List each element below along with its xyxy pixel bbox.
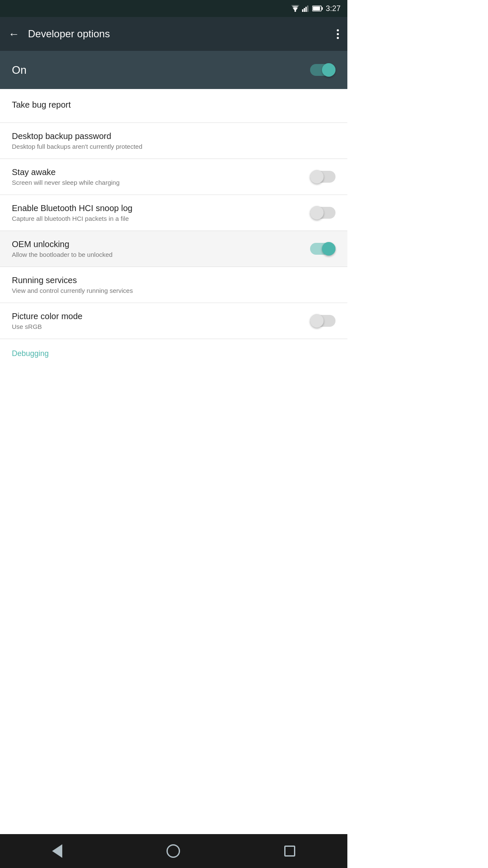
back-button[interactable]: ← [8,28,19,39]
picture-color-mode-toggle[interactable] [310,314,336,328]
settings-list: Take bug report Desktop backup password … [0,89,347,363]
oem-unlocking-toggle[interactable] [310,242,336,256]
setting-subtitle: Use sRGB [12,323,310,330]
bluetooth-hci-toggle[interactable] [310,206,336,220]
setting-title: Stay awake [12,167,310,177]
svg-rect-7 [307,6,308,12]
setting-item-stay-awake[interactable]: Stay awake Screen will never sleep while… [0,159,347,195]
page-title: Developer options [28,28,337,40]
debugging-label: Debugging [12,349,49,358]
setting-text: Stay awake Screen will never sleep while… [12,167,310,186]
toggle-thumb [322,242,336,256]
setting-item-desktop-backup-password[interactable]: Desktop backup password Desktop full bac… [0,123,347,159]
setting-text: Desktop backup password Desktop full bac… [12,131,336,150]
menu-dot-1 [337,29,339,31]
toggle-thumb [310,170,324,184]
setting-text: OEM unlocking Allow the bootloader to be… [12,239,310,258]
app-bar: ← Developer options [0,17,347,51]
setting-text: Running services View and control curren… [12,275,336,294]
setting-title: Enable Bluetooth HCI snoop log [12,203,310,213]
svg-rect-6 [305,7,307,12]
setting-title: Running services [12,275,336,285]
svg-rect-4 [302,9,303,12]
menu-dot-2 [337,33,339,35]
svg-point-3 [294,10,296,12]
wifi-icon [291,5,299,12]
toggle-thumb [310,314,324,328]
toggle-thumb [310,206,324,220]
setting-subtitle: Allow the bootloader to be unlocked [12,251,310,258]
developer-options-on-banner: On [0,51,347,89]
status-time: 3:27 [326,4,341,13]
setting-title: Desktop backup password [12,131,336,141]
status-bar: 3:27 [0,0,347,17]
setting-text: Enable Bluetooth HCI snoop log Capture a… [12,203,310,222]
on-label: On [12,64,310,77]
debugging-section-header: Debugging [0,339,347,363]
setting-subtitle: Desktop full backups aren't currently pr… [12,143,336,150]
stay-awake-toggle[interactable] [310,170,336,184]
setting-item-oem-unlocking[interactable]: OEM unlocking Allow the bootloader to be… [0,231,347,267]
signal-icon [302,5,310,12]
svg-rect-9 [322,7,323,10]
setting-subtitle: Screen will never sleep while charging [12,179,310,186]
developer-options-toggle[interactable] [310,63,336,77]
status-icons: 3:27 [291,4,341,13]
setting-subtitle: View and control currently running servi… [12,287,336,294]
setting-text: Picture color mode Use sRGB [12,312,310,330]
overflow-menu-button[interactable] [337,29,339,39]
toggle-thumb [322,63,336,77]
setting-item-bluetooth-hci[interactable]: Enable Bluetooth HCI snoop log Capture a… [0,195,347,231]
setting-title: Take bug report [12,100,336,110]
svg-rect-10 [313,7,320,11]
menu-dot-3 [337,37,339,39]
setting-title: Picture color mode [12,312,310,321]
setting-text: Take bug report [12,100,336,111]
battery-icon [312,6,323,11]
setting-title: OEM unlocking [12,239,310,249]
svg-rect-5 [304,8,305,12]
setting-item-take-bug-report[interactable]: Take bug report [0,89,347,123]
setting-item-running-services[interactable]: Running services View and control curren… [0,267,347,303]
setting-subtitle: Capture all bluetooth HCI packets in a f… [12,215,310,222]
setting-item-picture-color-mode[interactable]: Picture color mode Use sRGB [0,303,347,339]
